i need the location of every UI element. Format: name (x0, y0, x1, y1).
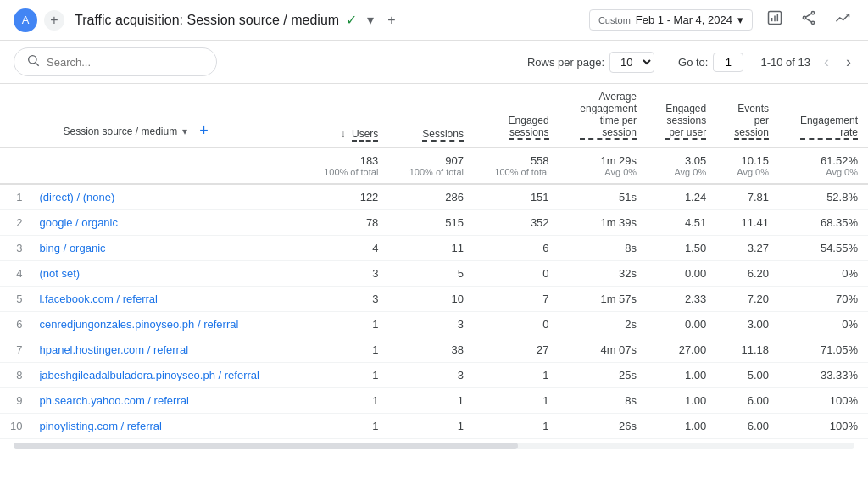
page-title-area: Traffic acquisition: Session source / me… (75, 10, 589, 30)
th-avg-engagement[interactable]: Averageengagementtime persession (559, 84, 647, 148)
table-body: 183 100% of total 907 100% of total 558 … (0, 148, 868, 439)
row-source[interactable]: (not set) (29, 261, 303, 287)
row-sessions: 1 (388, 388, 474, 414)
row-source[interactable]: l.facebook.com / referral (29, 287, 303, 312)
date-range-picker[interactable]: Custom Feb 1 - Mar 4, 2024 ▾ (589, 9, 753, 31)
th-users[interactable]: ↓ Users (303, 84, 389, 148)
svg-point-6 (811, 21, 814, 24)
row-engaged-sessions: 27 (474, 337, 559, 363)
totals-users: 183 100% of total (303, 148, 389, 184)
svg-line-8 (806, 19, 812, 22)
row-avg-engagement: 8s (559, 388, 647, 414)
goto-area: Go to: (678, 53, 743, 72)
row-engaged-sessions: 7 (474, 287, 559, 312)
th-source[interactable]: Session source / medium ▾ + (29, 84, 303, 148)
top-bar: A + Traffic acquisition: Session source … (0, 0, 868, 41)
prev-page-button[interactable]: ‹ (821, 52, 832, 73)
row-source[interactable]: pinoylisting.com / referral (29, 414, 303, 439)
add-tab-button[interactable]: + (44, 10, 64, 31)
row-sessions: 11 (388, 236, 474, 261)
row-engaged-per-user: 1.24 (647, 184, 716, 210)
row-avg-engagement: 8s (559, 236, 647, 261)
next-page-button[interactable]: › (843, 52, 854, 73)
row-num: 7 (0, 337, 29, 363)
table-container: Session source / medium ▾ + ↓ Users Sess… (0, 84, 868, 439)
totals-row: 183 100% of total 907 100% of total 558 … (0, 148, 868, 184)
th-engaged-sessions[interactable]: Engagedsessions (474, 84, 559, 148)
row-users: 1 (303, 312, 389, 337)
row-engaged-sessions: 0 (474, 312, 559, 337)
row-source[interactable]: google / organic (29, 210, 303, 236)
search-input-wrap[interactable] (14, 47, 217, 76)
svg-point-5 (803, 16, 805, 19)
row-engaged-sessions: 1 (474, 414, 559, 439)
totals-engaged-per-user: 3.05 Avg 0% (647, 148, 716, 184)
row-source[interactable]: hpanel.hostinger.com / referral (29, 337, 303, 363)
row-num: 5 (0, 287, 29, 312)
title-dropdown-button[interactable]: ▾ (364, 10, 377, 30)
th-row-num (0, 84, 29, 148)
th-sessions-label: Sessions (422, 128, 464, 142)
row-avg-engagement: 1m 57s (559, 287, 647, 312)
rows-per-page-control: Rows per page: 10 25 50 (527, 52, 654, 73)
row-users: 1 (303, 337, 389, 363)
th-users-label: Users (352, 128, 378, 142)
row-engaged-sessions: 1 (474, 388, 559, 414)
report-icon-button[interactable] (763, 6, 787, 34)
th-engagement-rate[interactable]: Engagementrate (779, 84, 868, 148)
row-events-per-session: 6.00 (716, 414, 779, 439)
add-dimension-button[interactable]: + (192, 122, 215, 140)
row-source[interactable]: (direct) / (none) (29, 184, 303, 210)
row-engagement-rate: 0% (779, 261, 868, 287)
row-users: 3 (303, 261, 389, 287)
top-bar-actions: Custom Feb 1 - Mar 4, 2024 ▾ (589, 6, 854, 34)
scrollbar-thumb[interactable] (14, 443, 518, 449)
table-header-row: Session source / medium ▾ + ↓ Users Sess… (0, 84, 868, 148)
row-sessions: 3 (388, 312, 474, 337)
analytics-icon-button[interactable] (831, 6, 854, 34)
row-engaged-per-user: 0.00 (647, 261, 716, 287)
row-sessions: 10 (388, 287, 474, 312)
th-sessions[interactable]: Sessions (388, 84, 474, 148)
title-add-button[interactable]: + (384, 11, 398, 30)
row-engagement-rate: 52.8% (779, 184, 868, 210)
row-avg-engagement: 26s (559, 414, 647, 439)
goto-input[interactable] (713, 53, 743, 72)
row-events-per-session: 6.20 (716, 261, 779, 287)
th-engaged-sessions-label: Engagedsessions (509, 114, 549, 140)
row-users: 78 (303, 210, 389, 236)
row-source[interactable]: cenredjungonzales.pinoyseo.ph / referral (29, 312, 303, 337)
th-events-per-session[interactable]: Eventspersession (716, 84, 779, 148)
table-row: 6 cenredjungonzales.pinoyseo.ph / referr… (0, 312, 868, 337)
totals-events-per-session: 10.15 Avg 0% (716, 148, 779, 184)
share-icon-button[interactable] (797, 6, 821, 34)
scrollbar-track[interactable] (14, 443, 854, 449)
totals-row-num (0, 148, 29, 184)
th-engaged-per-user[interactable]: Engagedsessionsper user (647, 84, 716, 148)
svg-point-9 (29, 56, 36, 64)
row-engaged-per-user: 1.00 (647, 363, 716, 388)
row-num: 10 (0, 414, 29, 439)
row-engagement-rate: 0% (779, 312, 868, 337)
search-input[interactable] (47, 56, 199, 69)
date-label: Custom (598, 15, 631, 25)
row-engaged-per-user: 27.00 (647, 337, 716, 363)
rows-per-page-select[interactable]: 10 25 50 (609, 52, 654, 73)
row-engagement-rate: 68.35% (779, 210, 868, 236)
th-engaged-per-user-label: Engagedsessionsper user (665, 103, 706, 140)
row-avg-engagement: 51s (559, 184, 647, 210)
row-engaged-per-user: 0.00 (647, 312, 716, 337)
row-events-per-session: 11.18 (716, 337, 779, 363)
table-row: 8 jabeshgileadalbuladora.pinoyseo.ph / r… (0, 363, 868, 388)
row-sessions: 3 (388, 363, 474, 388)
th-avg-engagement-label: Averageengagementtime persession (580, 91, 637, 140)
row-events-per-session: 3.27 (716, 236, 779, 261)
row-source[interactable]: bing / organic (29, 236, 303, 261)
row-engagement-rate: 54.55% (779, 236, 868, 261)
row-source[interactable]: jabeshgileadalbuladora.pinoyseo.ph / ref… (29, 363, 303, 388)
row-sessions: 5 (388, 261, 474, 287)
svg-line-7 (806, 14, 812, 17)
row-engaged-sessions: 151 (474, 184, 559, 210)
date-dropdown-icon: ▾ (737, 14, 743, 26)
row-source[interactable]: ph.search.yahoo.com / referral (29, 388, 303, 414)
